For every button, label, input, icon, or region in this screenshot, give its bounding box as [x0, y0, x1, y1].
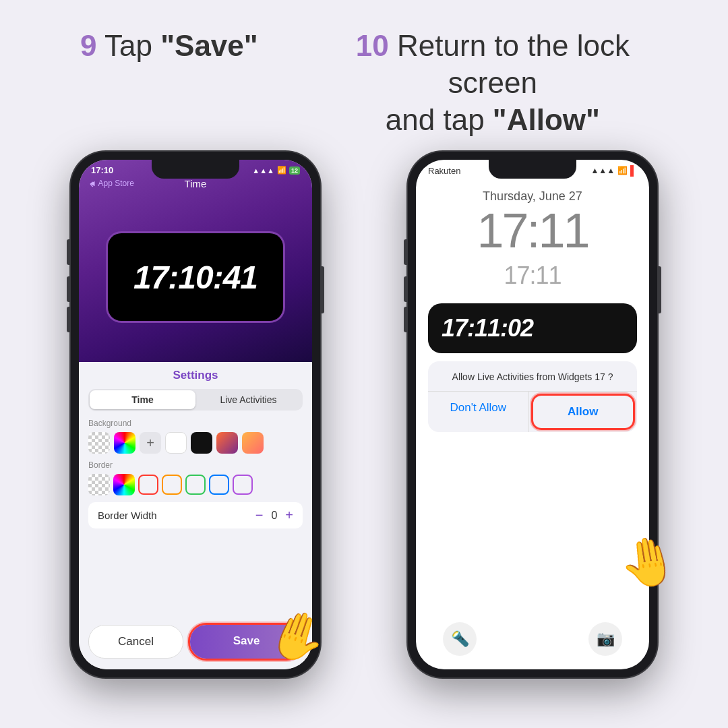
phone2-bottom: 🔦 📷 — [416, 615, 649, 669]
border-width-plus[interactable]: + — [285, 508, 293, 523]
border-swatch-checker[interactable] — [88, 474, 110, 495]
step10-number: 10 — [356, 29, 389, 62]
dont-allow-button[interactable]: Don't Allow — [428, 392, 528, 432]
swatch-black[interactable] — [191, 432, 212, 454]
lock-time-small: 17:11 — [504, 262, 561, 290]
border-width-value: 0 — [271, 510, 277, 522]
segmented-control[interactable]: Time Live Activities — [88, 389, 303, 411]
phone1: 17:10 ▲▲▲ 📶 12 ‹ Time ◄ App Store — [71, 152, 320, 677]
p2-status-right: ▲▲▲ 📶 ▌ — [590, 165, 637, 176]
border-width-row: Border Width − 0 + — [88, 502, 303, 528]
border-swatch-green[interactable] — [185, 475, 206, 495]
back-label-text: ◄ App Store — [88, 179, 134, 188]
swatch-add[interactable]: + — [140, 432, 161, 454]
border-swatches — [88, 474, 303, 495]
swatch-white[interactable] — [165, 432, 187, 454]
step9-number: 9 — [80, 29, 96, 62]
step10-line1: Return to the lock screen — [397, 29, 630, 99]
step9-label: 9 Tap "Save" — [80, 27, 258, 64]
swatch-checker[interactable] — [88, 432, 110, 454]
battery-icon2: ▌ — [630, 165, 637, 176]
border-swatch-rainbow[interactable] — [113, 474, 135, 495]
permission-title: Allow Live Activities from Widgets 17 ? — [428, 361, 637, 391]
phone1-screen: 17:10 ▲▲▲ 📶 12 ‹ Time ◄ App Store — [79, 160, 312, 669]
step10-line2: and tap — [386, 103, 493, 136]
signal-icon2: ▲▲▲ — [590, 166, 615, 175]
phone1-status-icons: ▲▲▲ 📶 12 — [252, 166, 300, 175]
border-width-label: Border Width — [98, 510, 157, 521]
phones-container: 17:10 ▲▲▲ 📶 12 ‹ Time ◄ App Store — [0, 145, 728, 677]
clock-widget-preview: 17:10:41 — [79, 192, 312, 362]
signal-icon: ▲▲▲ — [252, 166, 274, 175]
phone2: Rakuten ▲▲▲ 📶 ▌ Thursday, June 27 17:11 … — [408, 152, 657, 677]
border-width-controls[interactable]: − 0 + — [255, 508, 293, 523]
instructions-bar: 9 Tap "Save" 10 Return to the lock scree… — [0, 0, 728, 145]
background-label: Background — [88, 419, 303, 428]
border-swatch-blue[interactable] — [209, 475, 229, 495]
camera-icon: 📷 — [597, 630, 615, 648]
flashlight-icon: 🔦 — [451, 630, 469, 648]
phone1-time: 17:10 — [91, 165, 113, 175]
cancel-button[interactable]: Cancel — [88, 625, 183, 659]
swatch-rainbow[interactable] — [114, 432, 135, 454]
lock-date: Thursday, June 27 — [483, 189, 582, 204]
seg-time[interactable]: Time — [90, 390, 195, 409]
phone2-screen: Rakuten ▲▲▲ 📶 ▌ Thursday, June 27 17:11 … — [416, 160, 649, 669]
wifi-icon: 📶 — [277, 166, 286, 175]
border-swatch-red[interactable] — [138, 475, 158, 495]
phone1-nav-title: Time — [185, 178, 207, 189]
step9-text: Tap — [104, 29, 160, 62]
phone1-header: 17:10 ▲▲▲ 📶 12 ‹ Time ◄ App Store — [79, 160, 312, 362]
clock-preview-time: 17:10:41 — [133, 259, 257, 296]
lock-time-big: 17:11 — [477, 206, 588, 255]
phone2-notch — [489, 160, 576, 179]
swatch-gradient2[interactable] — [242, 432, 264, 454]
border-width-minus[interactable]: − — [255, 508, 264, 523]
allow-button[interactable]: Allow — [533, 396, 634, 428]
phone1-settings: Settings Time Live Activities Background… — [79, 362, 312, 619]
clock-widget-box: 17:10:41 — [108, 233, 283, 321]
carrier-label: Rakuten — [428, 166, 460, 176]
background-swatches: + — [88, 432, 303, 454]
flashlight-button[interactable]: 🔦 — [443, 622, 477, 656]
lock-screen-body: Thursday, June 27 17:11 17:11 17:11:02 A… — [416, 176, 649, 615]
phone1-notch — [152, 160, 239, 179]
save-button[interactable]: Save — [190, 625, 303, 659]
wifi-icon2: 📶 — [617, 166, 628, 175]
appstore-back-label: ◄ App Store — [88, 179, 134, 188]
live-activity-time: 17:11:02 — [442, 314, 624, 342]
phone1-bottom-buttons: Cancel Save — [79, 619, 312, 669]
perm-btn-divider — [528, 392, 529, 432]
border-swatch-orange[interactable] — [162, 475, 182, 495]
settings-title: Settings — [88, 369, 303, 382]
step10-label: 10 Return to the lock screen and tap "Al… — [338, 27, 648, 138]
permission-dialog[interactable]: Allow Live Activities from Widgets 17 ? … — [428, 361, 637, 432]
permission-buttons: Don't Allow Allow — [428, 392, 637, 432]
seg-live-activities[interactable]: Live Activities — [195, 390, 301, 409]
battery-badge: 12 — [289, 166, 300, 175]
camera-button[interactable]: 📷 — [588, 622, 622, 656]
border-label: Border — [88, 460, 303, 470]
step10-highlight: "Allow" — [493, 103, 600, 136]
border-swatch-purple[interactable] — [233, 475, 253, 495]
swatch-gradient1[interactable] — [216, 432, 238, 454]
step9-highlight: "Save" — [160, 29, 257, 62]
live-activity-widget: 17:11:02 — [428, 303, 637, 353]
